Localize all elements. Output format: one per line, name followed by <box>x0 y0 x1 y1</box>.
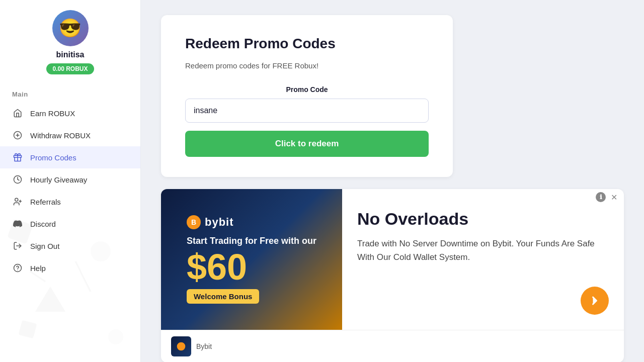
sidebar-item-sign-out[interactable]: Sign Out <box>0 235 140 257</box>
sidebar-item-label: Hourly Giveaway <box>30 175 87 184</box>
sidebar-item-label: Withdraw ROBUX <box>30 131 91 140</box>
robux-balance: 0.00 ROBUX <box>46 63 94 74</box>
user-profile: 😎 binitisa 0.00 ROBUX <box>46 10 94 74</box>
ad-controls: ℹ ✕ <box>591 189 624 205</box>
ad-image-section: B bybit Start Trading for Free with our … <box>161 189 342 330</box>
dollar-icon <box>12 130 23 141</box>
ad-container: ℹ ✕ B bybit Start Trading for Free with … <box>161 189 624 362</box>
sidebar-item-help[interactable]: Help <box>0 257 140 279</box>
sidebar-item-withdraw-robux[interactable]: Withdraw ROBUX <box>0 124 140 146</box>
clock-icon <box>12 174 23 185</box>
ad-headline: No Overloads <box>357 209 609 229</box>
ad-info-icon[interactable]: ℹ <box>596 192 606 202</box>
sidebar-item-label: Referrals <box>30 198 61 206</box>
sidebar-item-referrals[interactable]: Referrals <box>0 191 140 213</box>
ad-footer: Bybit <box>161 330 624 362</box>
gift-icon <box>12 152 23 163</box>
bybit-coin-icon: B <box>187 215 201 229</box>
ad-tagline: Start Trading for Free with our <box>187 235 316 247</box>
user-plus-icon <box>12 196 23 207</box>
sidebar-item-label: Earn ROBUX <box>30 109 75 118</box>
svg-point-6 <box>15 198 18 201</box>
promo-card: Redeem Promo Codes Redeem promo codes fo… <box>161 15 453 177</box>
sidebar-item-earn-robux[interactable]: Earn ROBUX <box>0 102 140 124</box>
main-content: Redeem Promo Codes Redeem promo codes fo… <box>141 0 644 362</box>
sidebar-item-label: Promo Codes <box>30 153 76 162</box>
promo-input-label: Promo Code <box>185 85 429 94</box>
ad-amount: $60 <box>187 249 316 285</box>
username: binitisa <box>56 50 84 59</box>
ad-content: B bybit Start Trading for Free with our … <box>161 189 624 330</box>
ad-close-icon[interactable]: ✕ <box>609 192 619 202</box>
sign-out-icon <box>12 240 23 251</box>
bybit-brand-name: bybit <box>205 216 234 229</box>
ad-footer-logo <box>171 336 191 356</box>
promo-code-input[interactable] <box>185 99 429 123</box>
section-label: Main <box>0 80 40 102</box>
promo-description: Redeem promo codes for FREE Robux! <box>185 60 429 72</box>
home-icon <box>12 108 23 119</box>
redeem-button[interactable]: Click to redeem <box>185 131 429 157</box>
sidebar-item-hourly-giveaway[interactable]: Hourly Giveaway <box>0 168 140 191</box>
ad-bonus-badge: Welcome Bonus <box>187 289 259 304</box>
sidebar: 😎 binitisa 0.00 ROBUX Main Earn ROBUX <box>0 0 141 362</box>
svg-point-16 <box>108 329 123 344</box>
svg-rect-15 <box>19 320 37 339</box>
question-icon <box>12 262 23 274</box>
svg-point-19 <box>177 342 186 351</box>
promo-title: Redeem Promo Codes <box>185 35 429 52</box>
nav-list: Earn ROBUX Withdraw ROBUX <box>0 102 140 279</box>
ad-text-section: No Overloads Trade with No Server Downti… <box>342 189 624 330</box>
ad-arrow-button[interactable] <box>581 287 609 315</box>
bybit-footer-icon <box>176 341 186 351</box>
avatar: 😎 <box>52 10 89 46</box>
svg-marker-14 <box>35 287 65 312</box>
sidebar-item-label: Help <box>30 264 46 273</box>
ad-footer-brand: Bybit <box>196 342 212 350</box>
bybit-logo: B bybit <box>187 215 316 229</box>
sidebar-item-label: Sign Out <box>30 242 59 250</box>
arrow-right-icon <box>588 294 602 308</box>
sidebar-item-discord[interactable]: Discord <box>0 213 140 235</box>
ad-body-text: Trade with No Server Downtime on Bybit. … <box>357 237 609 264</box>
sidebar-item-promo-codes[interactable]: Promo Codes <box>0 146 140 168</box>
sidebar-item-label: Discord <box>30 220 56 228</box>
discord-icon <box>12 218 23 229</box>
